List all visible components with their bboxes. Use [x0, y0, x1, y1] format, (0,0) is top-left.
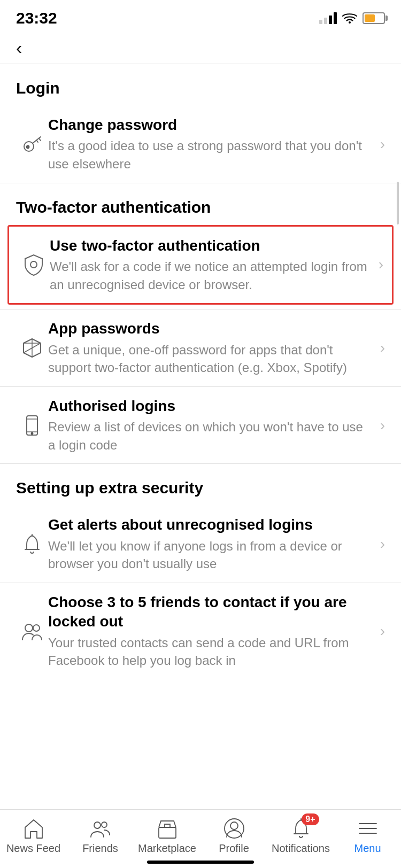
wifi-icon — [342, 13, 357, 24]
app-passwords-item[interactable]: App passwords Get a unique, one-off pass… — [0, 309, 401, 386]
chevron-icon: › — [380, 136, 385, 153]
home-icon — [22, 817, 45, 840]
svg-point-6 — [30, 261, 37, 268]
battery-icon — [363, 12, 385, 24]
use-two-factor-title: Use two-factor authentication — [50, 236, 370, 255]
app-passwords-title: App passwords — [48, 319, 372, 338]
shield-icon — [18, 253, 50, 276]
friends-icon — [16, 619, 48, 643]
nav-item-news-feed[interactable]: News Feed — [0, 812, 67, 855]
svg-point-14 — [32, 432, 33, 434]
svg-line-3 — [39, 138, 41, 141]
nav-item-marketplace[interactable]: Marketplace — [134, 812, 200, 855]
authorised-logins-content: Authorised logins Review a list of devic… — [48, 397, 380, 454]
marketplace-icon — [156, 817, 179, 840]
chevron-icon: › — [380, 417, 385, 434]
phone-icon — [16, 414, 48, 437]
section-login-header: Login — [0, 64, 401, 106]
svg-point-5 — [27, 145, 29, 148]
trusted-contacts-title: Choose 3 to 5 friends to contact if you … — [48, 593, 372, 632]
svg-line-4 — [36, 140, 38, 142]
authorised-logins-subtitle: Review a list of devices on which you wo… — [48, 418, 372, 454]
svg-point-19 — [94, 822, 101, 828]
svg-rect-21 — [159, 827, 176, 838]
section-extra-security-header: Setting up extra security — [0, 464, 401, 506]
content-area: Login Change password It's a good idea t… — [0, 64, 401, 743]
bell-icon — [16, 532, 48, 556]
get-alerts-item[interactable]: Get alerts about unrecognised logins We'… — [0, 506, 401, 583]
section-2fa-header: Two-factor authentication — [0, 183, 401, 225]
svg-point-17 — [25, 624, 33, 632]
notifications-icon: 9+ — [289, 817, 313, 840]
get-alerts-subtitle: We'll let you know if anyone logs in fro… — [48, 537, 372, 573]
get-alerts-title: Get alerts about unrecognised logins — [48, 515, 372, 534]
nav-item-menu[interactable]: Menu — [334, 812, 401, 855]
chevron-icon: › — [380, 623, 385, 640]
home-indicator — [147, 861, 254, 864]
svg-point-20 — [102, 822, 107, 827]
app-passwords-subtitle: Get a unique, one-off password for apps … — [48, 341, 372, 377]
trusted-contacts-item[interactable]: Choose 3 to 5 friends to contact if you … — [0, 583, 401, 679]
svg-line-10 — [32, 343, 41, 348]
nav-label-menu: Menu — [354, 842, 381, 855]
status-bar: 23:32 — [0, 0, 401, 32]
change-password-subtitle: It's a good idea to use a strong passwor… — [48, 137, 372, 173]
nav-label-marketplace: Marketplace — [138, 842, 196, 855]
nav-item-friends[interactable]: Friends — [67, 812, 134, 855]
svg-point-18 — [33, 625, 40, 631]
change-password-item[interactable]: Change password It's a good idea to use … — [0, 106, 401, 183]
cube-icon — [16, 336, 48, 360]
use-two-factor-item[interactable]: Use two-factor authentication We'll ask … — [7, 225, 394, 305]
use-two-factor-content: Use two-factor authentication We'll ask … — [50, 236, 379, 294]
profile-icon — [222, 817, 246, 840]
key-icon — [16, 133, 48, 156]
nav-label-news-feed: News Feed — [6, 842, 60, 855]
nav-label-notifications: Notifications — [272, 842, 330, 855]
chevron-icon: › — [379, 256, 383, 273]
back-button[interactable]: ‹ — [0, 32, 38, 64]
friends-nav-icon — [89, 817, 112, 840]
svg-point-0 — [349, 21, 351, 24]
bottom-nav: News Feed Friends Marketplace — [0, 809, 401, 868]
svg-point-24 — [230, 822, 238, 830]
chevron-icon: › — [380, 536, 385, 553]
change-password-content: Change password It's a good idea to use … — [48, 115, 380, 173]
trusted-contacts-content: Choose 3 to 5 friends to contact if you … — [48, 593, 380, 670]
authorised-logins-item[interactable]: Authorised logins Review a list of devic… — [0, 387, 401, 464]
signal-icon — [319, 12, 337, 24]
use-two-factor-subtitle: We'll ask for a code if we notice an att… — [50, 258, 370, 293]
chevron-icon: › — [380, 339, 385, 356]
status-icons — [319, 12, 385, 24]
trusted-contacts-subtitle: Your trusted contacts can send a code an… — [48, 634, 372, 670]
scroll-indicator — [397, 182, 399, 224]
svg-line-9 — [24, 348, 32, 353]
nav-item-notifications[interactable]: 9+ Notifications — [267, 812, 334, 855]
menu-icon — [356, 817, 380, 840]
get-alerts-content: Get alerts about unrecognised logins We'… — [48, 515, 380, 573]
nav-item-profile[interactable]: Profile — [200, 812, 267, 855]
notifications-badge: 9+ — [302, 813, 319, 825]
status-time: 23:32 — [16, 9, 57, 27]
change-password-title: Change password — [48, 115, 372, 135]
app-passwords-content: App passwords Get a unique, one-off pass… — [48, 319, 380, 377]
nav-label-friends: Friends — [82, 842, 118, 855]
nav-label-profile: Profile — [219, 842, 249, 855]
authorised-logins-title: Authorised logins — [48, 397, 372, 416]
